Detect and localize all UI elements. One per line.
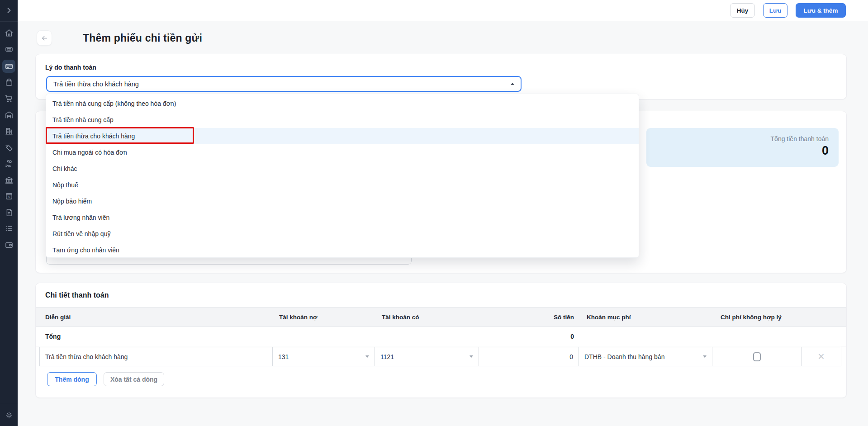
top-action-bar: Hủy Lưu Lưu & thêm [18, 0, 868, 21]
column-header-amount: Số tiền [480, 314, 580, 321]
home-icon[interactable] [4, 28, 14, 38]
page-title: Thêm phiếu chi tiền gửi [83, 32, 202, 44]
hand-coins-icon[interactable] [4, 159, 14, 168]
dropdown-option[interactable]: Chi khác [46, 161, 639, 177]
back-button[interactable] [37, 30, 52, 46]
bank-icon[interactable] [4, 175, 14, 185]
caret-up-icon [511, 83, 514, 85]
shopping-bag-icon[interactable] [4, 77, 14, 87]
invalid-expense-cell [712, 347, 802, 366]
total-row-amount: 0 [480, 333, 580, 340]
delete-all-rows-button[interactable]: Xóa tất cả dòng [104, 372, 164, 386]
caret-down-icon [703, 355, 707, 358]
invalid-expense-checkbox[interactable] [753, 352, 761, 361]
column-header-expense-item: Khoản mục phí [580, 314, 714, 321]
caret-down-icon [365, 355, 369, 358]
pos-terminal-icon[interactable] [4, 44, 14, 54]
dropdown-option[interactable]: Tạm ứng cho nhân viên [46, 242, 639, 258]
payment-total-value: 0 [646, 144, 829, 158]
dropdown-option[interactable]: Trả tiền nhà cung cấp [46, 112, 639, 128]
delete-row-icon[interactable]: ✕ [818, 352, 825, 361]
credit-card-icon[interactable] [4, 62, 14, 71]
shopping-cart-icon[interactable] [4, 94, 14, 103]
office-building-icon[interactable] [4, 126, 14, 136]
payment-reason-label: Lý do thanh toán [45, 64, 96, 71]
sidebar-divider [0, 404, 18, 404]
table-header-row: Diễn giải Tài khoản nợ Tài khoản có Số t… [36, 307, 846, 327]
delete-row-cell: ✕ [801, 347, 841, 366]
cash-box-icon[interactable]: $ [4, 191, 14, 201]
cancel-button[interactable]: Hủy [730, 3, 755, 18]
dropdown-option[interactable]: Trả lương nhân viên [46, 209, 639, 226]
column-header-invalid-expense: Chi phí không hợp lý [714, 314, 804, 321]
dropdown-option[interactable]: Nộp thuế [46, 177, 639, 193]
dropdown-option[interactable]: Trả tiền nhà cung cấp (không theo hóa đơ… [46, 95, 639, 112]
app-window: $ Hủy Lưu Lưu & thêm Thêm phiếu chi tiền… [0, 0, 868, 426]
dropdown-option[interactable]: Chi mua ngoài có hóa đơn [46, 144, 639, 161]
column-header-credit-account: Tài khoản có [375, 314, 480, 321]
amount-input[interactable]: 0 [479, 347, 579, 366]
payment-total-card: Tổng tiền thanh toán 0 [646, 128, 839, 167]
sidebar: $ [0, 0, 18, 426]
document-icon[interactable] [4, 208, 14, 217]
description-input[interactable]: Trả tiền thừa cho khách hàng [39, 347, 273, 366]
list-icon[interactable] [4, 223, 14, 233]
settings-gear-icon[interactable] [4, 410, 14, 420]
dropdown-option[interactable]: Nộp bảo hiểm [46, 193, 639, 209]
chevron-right-icon[interactable] [4, 5, 14, 15]
payment-reason-dropdown: Trả tiền nhà cung cấp (không theo hóa đơ… [46, 94, 639, 258]
sidebar-divider [0, 21, 18, 22]
debit-account-select[interactable]: 131 [272, 347, 375, 366]
save-and-new-button[interactable]: Lưu & thêm [796, 3, 846, 18]
table-total-row: Tổng 0 [36, 327, 846, 346]
warehouse-icon[interactable] [4, 110, 14, 119]
svg-text:$: $ [8, 195, 10, 198]
column-header-debit-account: Tài khoản nợ [273, 314, 375, 321]
dropdown-option[interactable]: Rút tiền về nhập quỹ [46, 226, 639, 242]
expense-item-select[interactable]: DTHB - Doanh thu hàng bán [579, 347, 712, 366]
table-actions: Thêm dòng Xóa tất cả dòng [47, 372, 164, 386]
payment-total-label: Tổng tiền thanh toán [646, 135, 829, 142]
add-row-button[interactable]: Thêm dòng [47, 372, 97, 386]
column-header-description: Diễn giải [36, 314, 273, 321]
price-tag-icon[interactable] [4, 143, 14, 152]
dropdown-option-highlighted[interactable]: Trả tiền thừa cho khách hàng [46, 128, 639, 144]
arrow-left-icon [41, 34, 48, 42]
save-button[interactable]: Lưu [763, 3, 787, 18]
total-row-label: Tổng [36, 333, 273, 340]
wallet-icon[interactable] [4, 240, 14, 250]
payment-reason-card: Lý do thanh toán Trả tiền thừa cho khách… [35, 54, 847, 99]
table-row: Trả tiền thừa cho khách hàng 131 1121 0 … [39, 347, 844, 366]
payment-details-title: Chi tiết thanh toán [45, 291, 109, 299]
payment-details-card: Chi tiết thanh toán Diễn giải Tài khoản … [35, 283, 847, 398]
payment-reason-select[interactable]: Trả tiền thừa cho khách hàng [46, 76, 522, 92]
payment-reason-selected-value: Trả tiền thừa cho khách hàng [53, 80, 139, 88]
caret-down-icon [470, 355, 473, 358]
credit-account-select[interactable]: 1121 [375, 347, 479, 366]
